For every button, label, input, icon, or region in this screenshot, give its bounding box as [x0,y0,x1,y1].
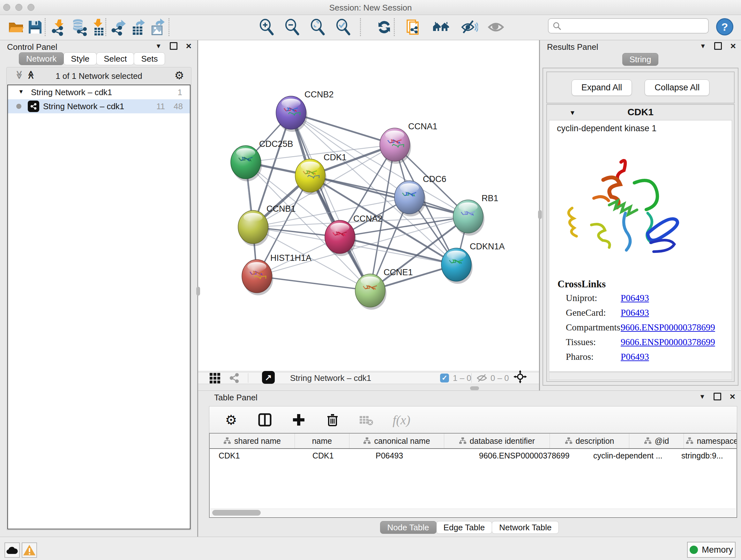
search-input[interactable] [565,19,704,32]
crosslink-link[interactable]: P06493 [621,293,649,303]
table-horizontal-scrollbar[interactable] [210,509,736,516]
column-header-description[interactable]: description [550,434,629,448]
collapse-all-button[interactable]: Collapse All [645,79,710,96]
table-cell[interactable]: stringdb:9... [672,449,736,463]
tab-sets[interactable]: Sets [134,52,165,65]
scrollbar-thumb[interactable] [212,510,261,516]
network-node-RB1[interactable]: RB1 [453,193,498,236]
help-button[interactable]: ? [716,18,733,36]
save-session-button[interactable] [25,17,45,37]
horizontal-splitter-handle[interactable] [470,386,479,390]
node-label-RB1: RB1 [482,193,498,203]
gene-section-header[interactable]: ▼ CDK1 [547,105,734,120]
right-splitter-handle[interactable] [538,210,542,219]
panel-float-icon[interactable] [170,42,178,50]
export-network-button[interactable] [109,17,128,37]
tab-style[interactable]: Style [64,52,97,65]
panel-collapse-icon[interactable]: ▼ [699,393,705,400]
tab-node-table[interactable]: Node Table [380,521,436,534]
crosslink-link[interactable]: 9606.ENSP00000378699 [621,322,715,333]
hierarchy-icon [565,437,572,445]
import-network-button[interactable] [49,17,68,37]
export-image-button[interactable] [148,17,167,37]
node-table[interactable]: shared namenamecanonical namedatabase id… [209,433,737,518]
zoom-in-button[interactable] [257,17,276,37]
panel-close-icon[interactable]: × [730,43,736,49]
table-cell[interactable]: P06493 [367,449,470,463]
show-hidden-button[interactable] [486,17,506,37]
network-share-icon[interactable] [229,372,240,384]
table-cell[interactable]: stringdb [736,449,737,463]
import-database-button[interactable] [70,17,89,37]
show-columns-button[interactable] [257,412,273,428]
column-header-shared-name[interactable]: shared name [210,434,295,448]
export-table-button[interactable] [129,17,148,37]
tab-network-table[interactable]: Network Table [492,521,559,534]
open-session-button[interactable] [6,17,25,37]
panel-float-icon[interactable] [714,42,722,50]
tab-select[interactable]: Select [96,52,134,65]
table-cell[interactable]: 9606.ENSP00000378699 [470,449,584,463]
show-all-button[interactable] [431,17,451,37]
network-node-HIST1H1A[interactable]: HIST1H1A [242,253,312,295]
zoom-selected-button[interactable] [334,17,353,37]
hide-selected-button[interactable] [460,17,479,37]
column-header-namespace[interactable]: namespace [684,434,737,448]
tree-expander-icon[interactable]: ▼ [18,88,24,95]
tab-network[interactable]: Network [19,52,64,65]
collection-count: 1 [178,87,182,98]
column-header-canonical-name[interactable]: canonical name [349,434,444,448]
results-panel: Results Panel ▼ × String Expand All [539,40,741,390]
warnings-button[interactable] [22,543,37,558]
expand-all-button[interactable]: Expand All [571,79,632,96]
gene-description: cyclin-dependent kinase 1 [557,124,657,133]
table-row[interactable]: CDK1CDK1P064939606.ENSP00000378699cyclin… [210,449,737,463]
zoom-fit-button[interactable] [308,17,327,37]
column-header-name[interactable]: name [295,434,349,448]
zoom-out-button[interactable] [283,17,302,37]
clone-network-button[interactable] [403,17,422,37]
string-results-container: Expand All Collapse All ▼ CDK1 cyclin-de… [542,68,738,386]
panel-close-icon[interactable]: × [730,394,735,399]
panel-collapse-icon[interactable]: ▼ [700,43,706,50]
crosslink-link[interactable]: P06493 [621,352,649,362]
toolbar-separator [360,18,361,36]
statusbar-separator [471,373,472,383]
network-name-label: String Network – cdk1 [43,102,124,111]
table-options-gear-icon[interactable]: ⚙ [223,412,239,428]
network-canvas[interactable]: CCNB2CCNA1CDC25BCDK1CDC6RB1CCNB1CCNA2CDK… [198,40,539,371]
network-tree-child-row[interactable]: String Network – cdk1 11 48 [8,99,190,113]
network-node-CDKN1A[interactable]: CDKN1A [441,242,505,284]
network-node-CCNE1[interactable]: CCNE1 [355,267,413,310]
fit-selected-crosshair-icon[interactable] [514,371,527,382]
tab-string[interactable]: String [622,53,659,66]
left-splitter-handle[interactable] [196,287,200,296]
grid-view-icon[interactable] [210,372,220,384]
delete-column-button[interactable] [324,412,341,428]
table-cell[interactable]: CDK1 [210,449,304,463]
column-header-database-identifier[interactable]: database identifier [444,434,550,448]
apply-layout-button[interactable] [375,17,394,37]
panel-close-icon[interactable]: × [186,43,192,49]
network-node-CDC6[interactable]: CDC6 [394,174,447,216]
cloud-button[interactable] [4,543,20,558]
network-options-gear-icon[interactable]: ⚙ [175,70,184,81]
selected-checkbox-icon[interactable]: ✓ [440,374,449,382]
memory-button[interactable]: Memory [687,542,736,558]
network-tree-root-row[interactable]: ▼ String Network – cdk1 1 [8,85,190,99]
crosslink-label: GeneCard: [566,307,606,318]
network-node-CDK1[interactable]: CDK1 [295,152,347,195]
crosslink-link[interactable]: P06493 [621,307,649,318]
crosslink-label: Compartments: [566,322,623,332]
table-cell[interactable]: cyclin-dependent ... [584,449,672,463]
crosslink-link[interactable]: 9606.ENSP00000378699 [621,337,715,348]
column-header--id[interactable]: @id [629,434,684,448]
panel-collapse-icon[interactable]: ▼ [155,43,162,50]
birdseye-view-button[interactable]: ↗ [262,372,275,383]
add-column-button[interactable] [290,412,307,428]
table-cell[interactable]: CDK1 [304,449,367,463]
results-scroll-strip[interactable] [549,372,732,380]
node-label-CCNA2: CCNA2 [353,214,383,224]
panel-float-icon[interactable] [714,393,721,400]
tab-edge-table[interactable]: Edge Table [436,521,492,534]
